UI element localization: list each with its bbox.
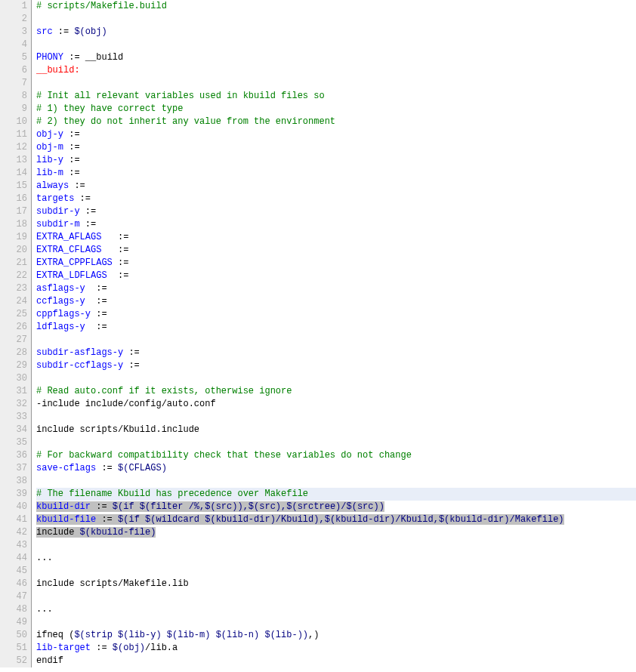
- code-line[interactable]: PHONY := __build: [36, 51, 636, 64]
- code-token: # 2) they do not inherit any value from …: [36, 116, 335, 127]
- code-line[interactable]: kbuild-file := $(if $(wildcard $(kbuild-…: [36, 513, 636, 526]
- line-number: 49: [0, 616, 27, 629]
- code-token: :=: [80, 219, 97, 230]
- code-line[interactable]: # scripts/Makefile.build: [36, 0, 636, 13]
- code-token: # Read auto.conf if it exists, otherwise…: [36, 386, 292, 396]
- code-line[interactable]: asflags-y :=: [36, 282, 636, 295]
- code-line[interactable]: # The filename Kbuild has precedence ove…: [36, 488, 636, 501]
- code-line[interactable]: # Init all relevant variables used in kb…: [36, 90, 636, 103]
- code-token: :=: [96, 463, 118, 473]
- code-token: # Init all relevant variables used in kb…: [36, 91, 325, 101]
- code-token: $(strip $(lib-y) $(lib-m) $(lib-n) $(lib…: [74, 630, 308, 640]
- code-line[interactable]: ...: [36, 552, 636, 565]
- code-line[interactable]: ldflags-y :=: [36, 321, 636, 334]
- code-token: :=: [63, 168, 80, 178]
- code-token: kbuild-file: [36, 514, 96, 525]
- line-number: 22: [0, 270, 27, 282]
- code-line[interactable]: lib-target := $(obj)/lib.a: [36, 642, 636, 655]
- code-line[interactable]: include scripts/Kbuild.include: [36, 424, 636, 436]
- line-number: 12: [0, 141, 27, 154]
- code-token: lib-target: [36, 643, 91, 653]
- code-line[interactable]: always :=: [36, 180, 636, 193]
- code-token: # For backward compatibility check that …: [36, 450, 412, 461]
- code-line[interactable]: # For backward compatibility check that …: [36, 449, 636, 462]
- code-line[interactable]: [36, 590, 636, 603]
- code-line[interactable]: subdir-m :=: [36, 218, 636, 231]
- code-token: EXTRA_LDFLAGS: [36, 270, 107, 281]
- line-number: 4: [0, 39, 27, 51]
- code-line[interactable]: lib-y :=: [36, 154, 636, 167]
- code-line[interactable]: kbuild-dir := $(if $(filter /%,$(src)),$…: [36, 501, 636, 513]
- code-line[interactable]: subdir-ccflags-y :=: [36, 359, 636, 372]
- code-token: always: [36, 180, 69, 191]
- code-line[interactable]: subdir-y :=: [36, 205, 636, 218]
- code-token: $(obj): [113, 643, 145, 653]
- code-token: include scripts/Kbuild.include: [36, 424, 199, 435]
- code-line[interactable]: [36, 539, 636, 552]
- code-line[interactable]: [36, 77, 636, 90]
- code-token: :=: [96, 514, 118, 525]
- code-line[interactable]: cppflags-y :=: [36, 308, 636, 321]
- code-token: :=: [113, 257, 129, 268]
- code-token: :=: [91, 643, 113, 653]
- line-number: 8: [0, 90, 27, 103]
- code-token: /lib.a: [145, 643, 178, 653]
- code-line[interactable]: src := $(obj): [36, 26, 636, 39]
- code-editor[interactable]: # scripts/Makefile.buildsrc := $(obj)PHO…: [32, 0, 636, 667]
- code-line[interactable]: ccflags-y :=: [36, 295, 636, 308]
- code-line[interactable]: [36, 565, 636, 578]
- code-line[interactable]: ifneq ($(strip $(lib-y) $(lib-m) $(lib-n…: [36, 629, 636, 642]
- line-number: 43: [0, 539, 27, 552]
- line-number: 1: [0, 0, 27, 13]
- code-token: $(if $(wildcard $(kbuild-dir)/Kbuild),$(…: [118, 514, 564, 525]
- code-line[interactable]: lib-m :=: [36, 167, 636, 180]
- code-line[interactable]: EXTRA_AFLAGS :=: [36, 231, 636, 244]
- code-token: :=: [53, 26, 75, 37]
- code-line[interactable]: __build:: [36, 64, 636, 77]
- code-line[interactable]: subdir-asflags-y :=: [36, 347, 636, 359]
- code-line[interactable]: # 1) they have correct type: [36, 103, 636, 116]
- code-line[interactable]: [36, 616, 636, 629]
- code-token: :=: [91, 501, 113, 512]
- code-line[interactable]: # Read auto.conf if it exists, otherwise…: [36, 385, 636, 398]
- code-line[interactable]: [36, 372, 636, 385]
- line-number: 48: [0, 603, 27, 616]
- line-number: 28: [0, 347, 27, 359]
- code-line[interactable]: obj-y :=: [36, 128, 636, 141]
- line-number: 45: [0, 565, 27, 578]
- code-line[interactable]: EXTRA_LDFLAGS :=: [36, 270, 636, 282]
- code-line[interactable]: ...: [36, 603, 636, 616]
- code-token: $(CFLAGS): [118, 463, 167, 473]
- code-line[interactable]: [36, 39, 636, 51]
- line-number: 2: [0, 13, 27, 26]
- code-line[interactable]: # 2) they do not inherit any value from …: [36, 116, 636, 128]
- code-token: $(obj): [74, 26, 107, 37]
- code-token: :=: [80, 206, 97, 217]
- code-line[interactable]: save-cflags := $(CFLAGS): [36, 462, 636, 475]
- code-line[interactable]: endif: [36, 655, 636, 667]
- line-number: 35: [0, 436, 27, 449]
- code-line[interactable]: include $(kbuild-file): [36, 526, 636, 539]
- code-token: :=: [107, 270, 129, 281]
- line-number: 10: [0, 116, 27, 128]
- line-number: 21: [0, 257, 27, 270]
- code-line[interactable]: [36, 475, 636, 488]
- code-line[interactable]: EXTRA_CFLAGS :=: [36, 244, 636, 257]
- code-line[interactable]: -include include/config/auto.conf: [36, 398, 636, 411]
- line-number: 3: [0, 26, 27, 39]
- line-number: 51: [0, 642, 27, 655]
- line-number: 52: [0, 655, 27, 667]
- code-token: include: [36, 527, 80, 538]
- code-line[interactable]: EXTRA_CPPFLAGS :=: [36, 257, 636, 270]
- line-number: 6: [0, 64, 27, 77]
- line-number: 33: [0, 411, 27, 424]
- code-line[interactable]: targets :=: [36, 193, 636, 205]
- code-line[interactable]: [36, 436, 636, 449]
- code-line[interactable]: include scripts/Makefile.lib: [36, 578, 636, 590]
- code-line[interactable]: [36, 334, 636, 347]
- code-line[interactable]: obj-m :=: [36, 141, 636, 154]
- code-token: $(if $(filter /%,$(src)),$(src),$(srctre…: [113, 501, 384, 512]
- code-token: include scripts/Makefile.lib: [36, 578, 189, 589]
- code-line[interactable]: [36, 411, 636, 424]
- code-line[interactable]: [36, 13, 636, 26]
